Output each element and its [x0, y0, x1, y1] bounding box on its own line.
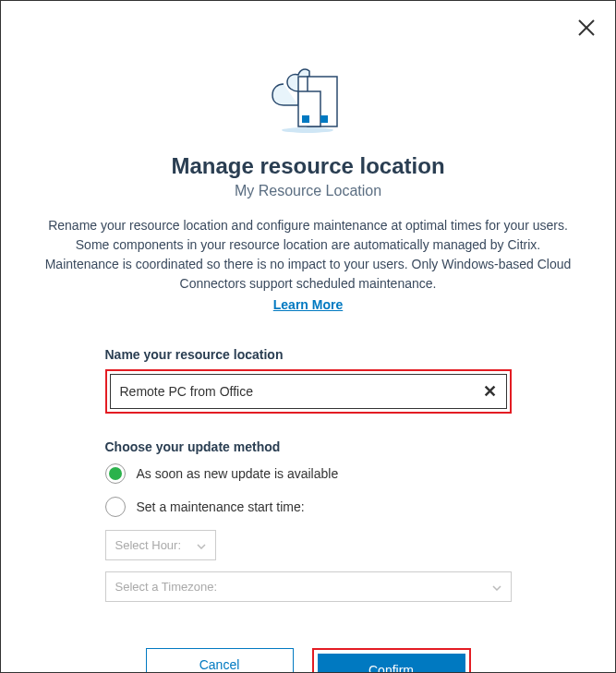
radio-group: As soon as new update is available Set a…: [105, 463, 512, 517]
radio-option-scheduled[interactable]: Set a maintenance start time:: [105, 497, 512, 517]
resource-name-input[interactable]: [110, 374, 507, 409]
modal-content: Manage resource location My Resource Loc…: [1, 1, 615, 673]
learn-more-link[interactable]: Learn More: [273, 295, 343, 315]
close-icon[interactable]: [576, 18, 597, 42]
svg-rect-4: [302, 115, 309, 123]
button-row: Cancel Confirm: [105, 648, 512, 673]
confirm-button[interactable]: Confirm: [318, 654, 465, 673]
radio-option-asap[interactable]: As soon as new update is available: [105, 463, 512, 484]
form-section: Name your resource location ✕ Choose you…: [105, 347, 512, 673]
radio-circle-unselected: [105, 497, 126, 517]
chevron-down-icon: [197, 538, 206, 552]
select-hour-placeholder: Select Hour:: [115, 538, 182, 552]
cancel-button[interactable]: Cancel: [146, 648, 294, 673]
name-input-highlight: ✕: [105, 369, 512, 414]
svg-rect-5: [320, 115, 328, 123]
modal-subtitle: My Resource Location: [38, 183, 578, 199]
confirm-button-highlight: Confirm: [312, 648, 471, 673]
update-method-label: Choose your update method: [105, 439, 512, 454]
select-timezone-placeholder: Select a Timezone:: [115, 580, 218, 594]
modal-description: Rename your resource location and config…: [41, 216, 576, 315]
chevron-down-icon: [492, 580, 501, 594]
clear-input-icon[interactable]: ✕: [483, 381, 497, 402]
select-timezone-dropdown[interactable]: Select a Timezone:: [105, 571, 512, 602]
select-hour-dropdown[interactable]: Select Hour:: [105, 530, 216, 560]
resource-location-icon: [38, 56, 578, 135]
svg-point-6: [282, 127, 333, 133]
radio-label-asap: As soon as new update is available: [137, 466, 339, 481]
modal-title: Manage resource location: [38, 153, 578, 179]
radio-label-scheduled: Set a maintenance start time:: [137, 499, 305, 514]
radio-circle-selected: [105, 463, 126, 484]
name-field-label: Name your resource location: [105, 347, 512, 362]
